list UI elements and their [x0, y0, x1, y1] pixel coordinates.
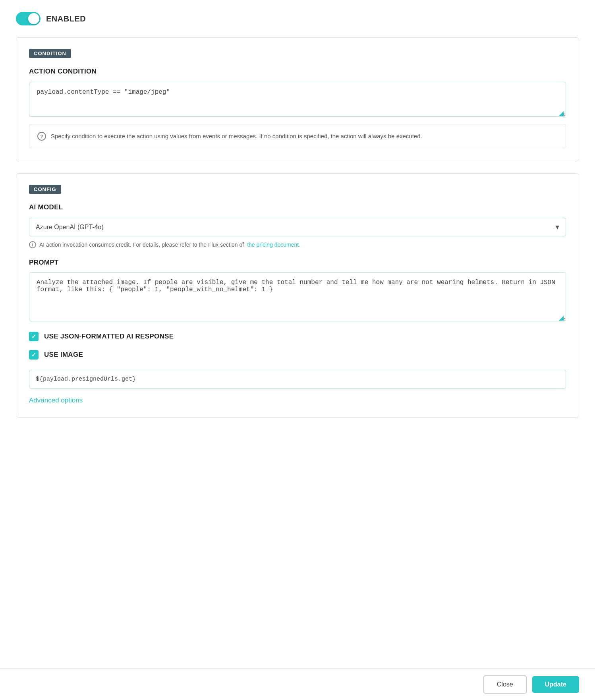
condition-section-title: ACTION CONDITION: [29, 68, 566, 75]
config-badge: CONFIG: [29, 185, 61, 194]
condition-badge: CONDITION: [29, 49, 71, 58]
prompt-input[interactable]: Analyze the attached image. If people ar…: [29, 272, 566, 321]
close-button[interactable]: Close: [483, 675, 527, 694]
checkmark-icon-2: ✓: [31, 352, 36, 358]
pricing-note: i AI action invocation consumes credit. …: [29, 241, 566, 248]
condition-info-box: ? Specify condition to execute the actio…: [29, 124, 566, 148]
condition-section: CONDITION ACTION CONDITION payload.conte…: [16, 37, 579, 161]
use-json-label: USE JSON-FORMATTED AI RESPONSE: [44, 333, 174, 340]
condition-code-input[interactable]: payload.contentType == "image/jpeg": [29, 82, 566, 117]
enabled-label: ENABLED: [46, 14, 86, 23]
prompt-title: PROMPT: [29, 259, 566, 267]
pricing-note-text: AI action invocation consumes credit. Fo…: [39, 242, 244, 248]
ai-model-select[interactable]: Azure OpenAI (GPT-4o) OpenAI (GPT-4o) Op…: [29, 218, 566, 236]
update-button[interactable]: Update: [532, 676, 579, 693]
config-section: CONFIG AI MODEL Azure OpenAI (GPT-4o) Op…: [16, 173, 579, 418]
advanced-options-link[interactable]: Advanced options: [29, 396, 83, 404]
pricing-info-icon: i: [29, 241, 36, 248]
use-json-checkbox[interactable]: ✓: [29, 332, 39, 341]
toggle-knob: [28, 13, 39, 24]
use-json-row: ✓ USE JSON-FORMATTED AI RESPONSE: [29, 332, 566, 341]
ai-model-select-wrapper: Azure OpenAI (GPT-4o) OpenAI (GPT-4o) Op…: [29, 218, 566, 236]
prompt-textarea-wrapper: Analyze the attached image. If people ar…: [29, 272, 566, 323]
use-image-label: USE IMAGE: [44, 351, 83, 359]
image-url-input[interactable]: [29, 370, 566, 389]
use-image-row: ✓ USE IMAGE: [29, 350, 566, 360]
condition-info-text: Specify condition to execute the action …: [51, 131, 422, 141]
pricing-link[interactable]: the pricing document.: [247, 242, 300, 248]
checkmark-icon: ✓: [31, 333, 36, 340]
enabled-toggle[interactable]: [16, 12, 41, 25]
info-icon: ?: [37, 132, 46, 141]
condition-textarea-wrapper: payload.contentType == "image/jpeg": [29, 82, 566, 118]
use-image-checkbox[interactable]: ✓: [29, 350, 39, 360]
footer-bar: Close Update: [0, 668, 595, 700]
ai-model-title: AI MODEL: [29, 203, 566, 211]
ai-model-container: AI MODEL Azure OpenAI (GPT-4o) OpenAI (G…: [29, 203, 566, 248]
